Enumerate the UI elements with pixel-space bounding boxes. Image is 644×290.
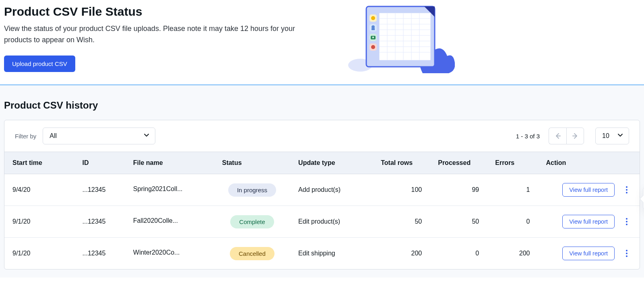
chevron-down-icon [617, 132, 623, 140]
cell-status: Cancelled [214, 238, 290, 269]
filter-by-select[interactable]: All [43, 128, 155, 144]
cell-status: In progress [214, 174, 290, 206]
cell-start-time: 9/1/20 [4, 206, 74, 238]
history-card: Filter by All 1 - 3 of 3 10 [4, 120, 640, 269]
page-title: Product CSV File Status [4, 5, 326, 19]
kebab-icon [626, 253, 627, 254]
svg-rect-3 [379, 13, 431, 60]
table-row: 9/4/20...12345Spring2021Coll...In progre… [4, 174, 640, 206]
cell-processed: 0 [430, 238, 487, 269]
cell-update-type: Add product(s) [290, 174, 373, 206]
row-more-actions-button[interactable] [622, 215, 632, 228]
cell-file-name: Spring2021Coll... [125, 174, 214, 206]
table-row: 9/1/20...12345Winter2020Co...CancelledEd… [4, 238, 640, 269]
row-more-actions-button[interactable] [622, 183, 632, 196]
cell-processed: 99 [430, 174, 487, 206]
cell-id: ...12345 [74, 238, 125, 269]
table-header-row: Start time ID File name Status Update ty… [4, 152, 640, 174]
cell-update-type: Edit product(s) [290, 206, 373, 238]
col-action: Action [538, 152, 640, 174]
cell-errors: 0 [487, 206, 538, 238]
svg-point-19 [372, 25, 375, 29]
history-table: Start time ID File name Status Update ty… [4, 152, 640, 269]
pagination-info: 1 - 3 of 3 [516, 133, 540, 140]
cell-total-rows: 100 [373, 174, 430, 206]
next-page-button[interactable] [566, 128, 584, 144]
page-size-select[interactable]: 10 [595, 128, 629, 144]
cell-file-name: Winter2020Co... [125, 238, 214, 269]
svg-point-17 [371, 16, 375, 20]
cell-total-rows: 200 [373, 238, 430, 269]
arrow-right-icon [572, 132, 579, 140]
svg-rect-20 [372, 28, 375, 30]
cell-total-rows: 50 [373, 206, 430, 238]
filter-by-value: All [50, 132, 57, 140]
col-update-type: Update type [290, 152, 373, 174]
cell-update-type: Edit shipping [290, 238, 373, 269]
cell-processed: 50 [430, 206, 487, 238]
cell-file-name: Fall2020Colle... [125, 206, 214, 238]
view-full-report-button[interactable]: View full report [562, 183, 615, 197]
hero: Product CSV File Status View the status … [0, 0, 644, 85]
chevron-down-icon [144, 132, 149, 140]
cell-errors: 1 [487, 174, 538, 206]
cell-action: View full report [538, 238, 640, 269]
col-file-name: File name [125, 152, 214, 174]
col-total-rows: Total rows [373, 152, 430, 174]
cell-status: Complete [214, 206, 290, 238]
status-badge: Cancelled [230, 247, 275, 260]
history-section: Product CSV history Filter by All 1 - 3 … [0, 85, 644, 278]
cell-id: ...12345 [74, 174, 125, 206]
history-title: Product CSV history [4, 100, 640, 111]
history-toolbar: Filter by All 1 - 3 of 3 10 [4, 120, 640, 152]
cell-start-time: 9/4/20 [4, 174, 74, 206]
upload-product-csv-button[interactable]: Upload product CSV [4, 56, 75, 72]
table-row: 9/1/20...12345Fall2020Colle...CompleteEd… [4, 206, 640, 238]
col-processed: Processed [430, 152, 487, 174]
cell-errors: 200 [487, 238, 538, 269]
col-start-time: Start time [4, 152, 74, 174]
arrow-left-icon [554, 132, 561, 140]
page-size-value: 10 [602, 132, 609, 140]
spreadsheet-illustration [342, 5, 455, 73]
page-description: View the status of your product CSV file… [4, 23, 310, 46]
cell-start-time: 9/1/20 [4, 238, 74, 269]
view-full-report-button[interactable]: View full report [562, 215, 615, 228]
kebab-icon [626, 189, 627, 191]
status-badge: Complete [230, 215, 274, 228]
col-id: ID [74, 152, 125, 174]
cell-action: View full report [538, 174, 640, 206]
kebab-icon [626, 221, 627, 222]
col-status: Status [214, 152, 290, 174]
view-full-report-button[interactable]: View full report [562, 247, 615, 260]
svg-point-23 [372, 37, 374, 38]
col-errors: Errors [487, 152, 538, 174]
status-badge: In progress [228, 183, 276, 197]
cell-id: ...12345 [74, 206, 125, 238]
prev-page-button[interactable] [549, 128, 566, 144]
filter-by-label: Filter by [15, 133, 36, 140]
svg-point-25 [371, 45, 375, 49]
cell-action: View full report [538, 206, 640, 238]
hero-left: Product CSV File Status View the status … [4, 5, 326, 72]
row-more-actions-button[interactable] [622, 247, 632, 260]
